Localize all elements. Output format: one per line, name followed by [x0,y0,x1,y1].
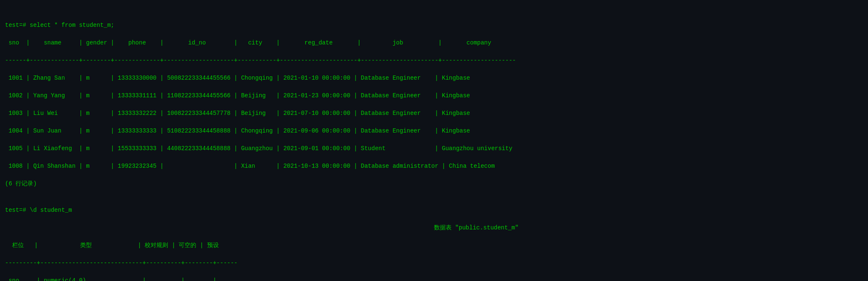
command-line-2: test=# \d student_m [5,206,863,215]
table-row-1003: 1003 | Liu Wei | m | 13333332222 | 10082… [5,109,863,118]
table-header-1: sno | sname | gender | phone | id_no | c… [5,39,863,47]
describe-row-sno: sno | numeric(4,0) | | | [5,276,863,281]
table-row-1002: 1002 | Yang Yang | m | 13333331111 | 110… [5,91,863,100]
row-count: (6 行记录) [5,180,863,188]
divider-1: ------+--------------+--------+---------… [5,56,863,65]
table-row-1001: 1001 | Zhang San | m | 13333330000 | 500… [5,74,863,83]
describe-header: 栏位 | 类型 | 校对规则 | 可空的 | 预设 [5,241,863,250]
table-row-1008: 1008 | Qin Shanshan | m | 19923232345 | … [5,162,863,171]
terminal-output: test=# select * from student_m; sno | sn… [5,3,863,281]
describe-divider: ---------+-----------------------------+… [5,259,863,268]
table-row-1005: 1005 | Li Xiaofeng | m | 15533333333 | 4… [5,144,863,153]
command-line-1: test=# select * from student_m; [5,21,863,30]
table-row-1004: 1004 | Sun Juan | m | 13333333333 | 5108… [5,127,863,135]
describe-title: 数据表 "public.student_m" [5,224,863,232]
